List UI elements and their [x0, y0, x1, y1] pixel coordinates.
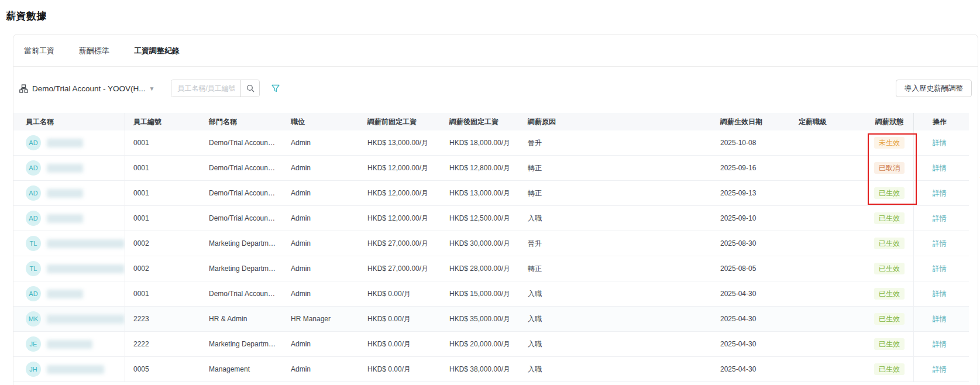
salary-before-cell: HKD$ 0.00/月 — [359, 289, 441, 299]
avatar: TL — [26, 236, 41, 251]
table-row: JH0005ManagementAdminHKD$ 0.00/月HKD$ 38,… — [13, 357, 969, 382]
status-cell: 已生效 — [865, 238, 913, 249]
search-icon — [246, 84, 255, 92]
department-cell: Demo/Trial Accoun… — [201, 214, 283, 222]
employee-no-cell: 2222 — [125, 340, 201, 348]
table-row: AD0001Demo/Trial Accoun…AdminHKD$ 12,000… — [13, 206, 969, 231]
details-link[interactable]: 詳情 — [933, 214, 947, 224]
org-selector[interactable]: Demo/Trial Account - YOOV(H... ▼ — [19, 84, 154, 93]
employee-no-cell: 0001 — [125, 164, 201, 172]
details-link[interactable]: 詳情 — [933, 138, 947, 148]
effective-date-cell: 2025-04-30 — [712, 365, 790, 373]
employee-name-redacted — [47, 290, 83, 298]
effective-date-cell: 2025-04-30 — [712, 290, 790, 298]
details-link[interactable]: 詳情 — [933, 264, 947, 274]
reason-cell: 入職 — [520, 365, 712, 374]
search-button[interactable] — [240, 80, 259, 97]
salary-before-cell: HKD$ 12,000.00/月 — [359, 163, 441, 173]
table-row: JE2222Marketing Departm…AdminHKD$ 0.00/月… — [13, 332, 969, 357]
tab-current-salary[interactable]: 當前工資 — [23, 46, 56, 66]
tab-salary-adjustment-records[interactable]: 工資調整紀錄 — [133, 46, 181, 66]
tab-bar: 當前工資 薪酬標準 工資調整紀錄 — [13, 35, 978, 67]
import-history-button[interactable]: 導入歷史薪酬調整 — [896, 80, 972, 97]
status-badge: 已生效 — [874, 313, 905, 325]
column-header-grade: 定薪職級 — [790, 117, 865, 127]
column-header-department: 部門名稱 — [201, 117, 283, 127]
effective-date-cell: 2025-04-30 — [712, 315, 790, 323]
avatar: JH — [26, 362, 41, 377]
details-link[interactable]: 詳情 — [933, 365, 947, 374]
reason-cell: 晉升 — [520, 239, 712, 249]
status-cell: 已生效 — [865, 263, 913, 274]
table-row: AD0001Demo/Trial Accoun…AdminHKD$ 12,000… — [13, 181, 969, 206]
column-header-operation: 操作 — [913, 113, 969, 130]
salary-after-cell: HKD$ 38,000.00/月 — [441, 365, 520, 374]
details-link[interactable]: 詳情 — [933, 339, 947, 349]
search-input[interactable] — [171, 80, 240, 97]
effective-date-cell: 2025-08-30 — [712, 239, 790, 248]
column-header-salary-before: 調薪前固定工資 — [359, 117, 441, 127]
reason-cell: 轉正 — [520, 163, 712, 173]
status-cell: 已生效 — [865, 363, 913, 375]
salary-after-cell: HKD$ 30,000.00/月 — [441, 239, 520, 249]
avatar: AD — [26, 286, 41, 301]
operation-cell: 詳情 — [913, 281, 969, 306]
position-cell: Admin — [283, 139, 359, 147]
salary-after-cell: HKD$ 28,000.00/月 — [441, 264, 520, 274]
department-cell: Demo/Trial Accoun… — [201, 164, 283, 172]
status-cell: 已生效 — [865, 288, 913, 300]
details-link[interactable]: 詳情 — [933, 239, 947, 249]
effective-date-cell: 2025-04-30 — [712, 340, 790, 348]
avatar: AD — [26, 135, 41, 150]
salary-after-cell: HKD$ 12,800.00/月 — [441, 163, 520, 173]
effective-date-cell: 2025-09-16 — [712, 164, 790, 172]
column-header-reason: 調薪原因 — [520, 117, 712, 127]
operation-cell: 詳情 — [913, 156, 969, 180]
column-header-effective-date: 調薪生效日期 — [712, 117, 790, 127]
position-cell: Admin — [283, 290, 359, 298]
avatar: AD — [26, 211, 41, 226]
status-badge: 已生效 — [874, 263, 905, 274]
filter-button[interactable] — [267, 80, 284, 97]
status-cell: 已生效 — [865, 313, 913, 325]
salary-before-cell: HKD$ 27,000.00/月 — [359, 239, 441, 249]
tab-compensation-standard[interactable]: 薪酬標準 — [78, 46, 111, 66]
funnel-icon — [271, 84, 280, 92]
table-row: TL0002Marketing Departm…AdminHKD$ 27,000… — [13, 231, 969, 256]
position-cell: Admin — [283, 365, 359, 373]
employee-name-redacted — [47, 139, 83, 147]
employee-name-cell: TL — [13, 256, 125, 281]
status-badge: 已生效 — [874, 363, 905, 375]
department-cell: Demo/Trial Accoun… — [201, 139, 283, 147]
salary-adjustment-table: 員工名稱員工編號部門名稱職位調薪前固定工資調薪後固定工資調薪原因調薪生效日期定薪… — [13, 113, 969, 382]
details-link[interactable]: 詳情 — [933, 289, 947, 299]
operation-cell: 詳情 — [913, 332, 969, 356]
operation-cell: 詳情 — [913, 256, 969, 281]
employee-name-cell: JH — [13, 357, 125, 381]
reason-cell: 晉升 — [520, 138, 712, 148]
employee-name-cell: JE — [13, 332, 125, 356]
export-button[interactable]: 導出 — [859, 80, 890, 97]
operation-cell: 詳情 — [913, 307, 969, 331]
employee-no-cell: 0001 — [125, 214, 201, 222]
department-cell: Demo/Trial Accoun… — [201, 290, 283, 298]
salary-after-cell: HKD$ 13,000.00/月 — [441, 188, 520, 198]
effective-date-cell: 2025-08-05 — [712, 264, 790, 273]
employee-name-redacted — [47, 264, 125, 273]
reason-cell: 入職 — [520, 214, 712, 224]
column-header-salary-after: 調薪後固定工資 — [441, 117, 520, 127]
position-cell: Admin — [283, 164, 359, 172]
column-header-position: 職位 — [283, 117, 359, 127]
employee-name-redacted — [47, 239, 125, 248]
department-cell: Management — [201, 365, 283, 373]
status-badge: 已生效 — [874, 187, 905, 199]
details-link[interactable]: 詳情 — [933, 188, 947, 198]
salary-before-cell: HKD$ 0.00/月 — [359, 314, 441, 324]
status-cell: 已生效 — [865, 212, 913, 224]
details-link[interactable]: 詳情 — [933, 314, 947, 324]
details-link[interactable]: 詳情 — [933, 163, 947, 173]
chevron-down-icon: ▼ — [149, 85, 155, 92]
salary-before-cell: HKD$ 13,000.00/月 — [359, 138, 441, 148]
salary-after-cell: HKD$ 12,500.00/月 — [441, 214, 520, 224]
employee-no-cell: 2223 — [125, 315, 201, 323]
